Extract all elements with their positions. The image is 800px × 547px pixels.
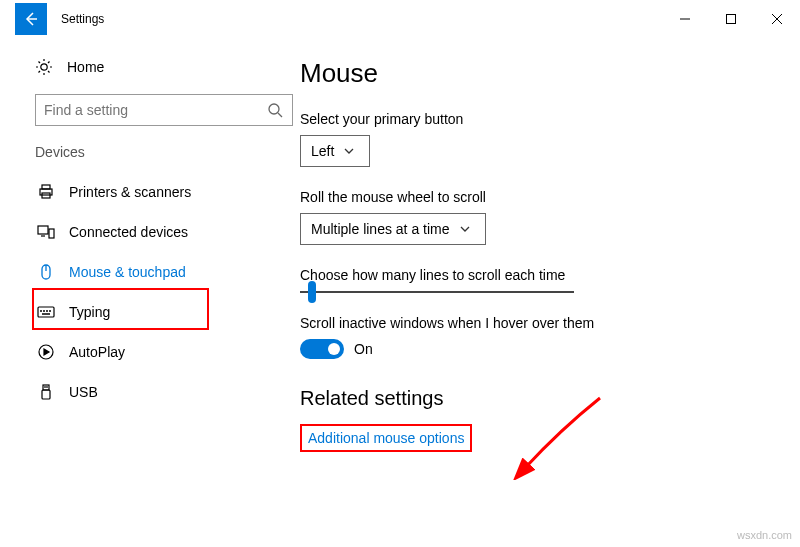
printer-icon <box>37 183 55 201</box>
chevron-down-icon <box>460 226 470 232</box>
svg-rect-32 <box>42 390 50 399</box>
watermark: wsxdn.com <box>737 529 792 541</box>
sidebar-item-autoplay[interactable]: AutoPlay <box>35 332 300 372</box>
maximize-button[interactable] <box>708 3 754 35</box>
svg-line-11 <box>48 71 50 73</box>
chevron-down-icon <box>344 148 354 154</box>
svg-point-5 <box>41 64 47 70</box>
home-nav-item[interactable]: Home <box>35 48 300 86</box>
search-input[interactable] <box>44 102 266 118</box>
svg-rect-20 <box>49 229 54 238</box>
arrow-left-icon <box>23 11 39 27</box>
related-settings-heading: Related settings <box>300 387 760 410</box>
sidebar-item-label: AutoPlay <box>69 344 125 360</box>
svg-rect-17 <box>42 185 50 189</box>
slider-thumb[interactable] <box>308 281 316 303</box>
svg-line-13 <box>39 71 41 73</box>
mouse-icon <box>37 263 55 281</box>
back-button[interactable] <box>15 3 47 35</box>
sidebar-item-printers[interactable]: Printers & scanners <box>35 172 300 212</box>
close-icon <box>771 13 783 25</box>
toggle-state-label: On <box>354 341 373 357</box>
primary-button-label: Select your primary button <box>300 111 760 127</box>
sidebar-item-mouse[interactable]: Mouse & touchpad <box>35 252 300 292</box>
minimize-button[interactable] <box>662 3 708 35</box>
title-bar: Settings <box>0 0 800 38</box>
svg-line-10 <box>39 62 41 64</box>
svg-rect-24 <box>38 307 54 317</box>
scroll-mode-dropdown[interactable]: Multiple lines at a time <box>300 213 486 245</box>
sidebar-item-label: Connected devices <box>69 224 188 240</box>
dropdown-value: Multiple lines at a time <box>311 221 450 237</box>
home-label: Home <box>67 59 104 75</box>
search-icon <box>266 101 284 119</box>
maximize-icon <box>725 13 737 25</box>
lines-label: Choose how many lines to scroll each tim… <box>300 267 760 283</box>
main-content: Mouse Select your primary button Left Ro… <box>300 38 800 452</box>
gear-icon <box>35 58 53 76</box>
devices-icon <box>37 223 55 241</box>
sidebar: Home Devices Printers & scanners Connect… <box>0 38 300 452</box>
page-title: Mouse <box>300 58 760 89</box>
close-button[interactable] <box>754 3 800 35</box>
minimize-icon <box>679 13 691 25</box>
sidebar-section-label: Devices <box>35 144 300 160</box>
sidebar-item-usb[interactable]: USB <box>35 372 300 412</box>
sidebar-item-label: Mouse & touchpad <box>69 264 186 280</box>
svg-line-15 <box>278 113 282 117</box>
usb-icon <box>37 383 55 401</box>
primary-button-dropdown[interactable]: Left <box>300 135 370 167</box>
sidebar-item-label: Typing <box>69 304 110 320</box>
scroll-mode-label: Roll the mouse wheel to scroll <box>300 189 760 205</box>
svg-rect-31 <box>43 385 49 390</box>
dropdown-value: Left <box>311 143 334 159</box>
sidebar-item-typing[interactable]: Typing <box>35 292 300 332</box>
svg-point-14 <box>269 104 279 114</box>
lines-slider[interactable] <box>300 291 574 293</box>
svg-rect-2 <box>727 15 736 24</box>
keyboard-icon <box>37 303 55 321</box>
annotation-highlight: Additional mouse options <box>300 424 472 452</box>
svg-rect-19 <box>38 226 48 234</box>
inactive-hover-label: Scroll inactive windows when I hover ove… <box>300 315 760 331</box>
autoplay-icon <box>37 343 55 361</box>
sidebar-item-connected[interactable]: Connected devices <box>35 212 300 252</box>
inactive-hover-toggle[interactable] <box>300 339 344 359</box>
app-title: Settings <box>61 12 104 26</box>
window-controls <box>662 3 800 35</box>
sidebar-item-label: Printers & scanners <box>69 184 191 200</box>
search-box[interactable] <box>35 94 293 126</box>
sidebar-item-label: USB <box>69 384 98 400</box>
additional-mouse-options-link[interactable]: Additional mouse options <box>308 430 464 446</box>
svg-line-12 <box>48 62 50 64</box>
